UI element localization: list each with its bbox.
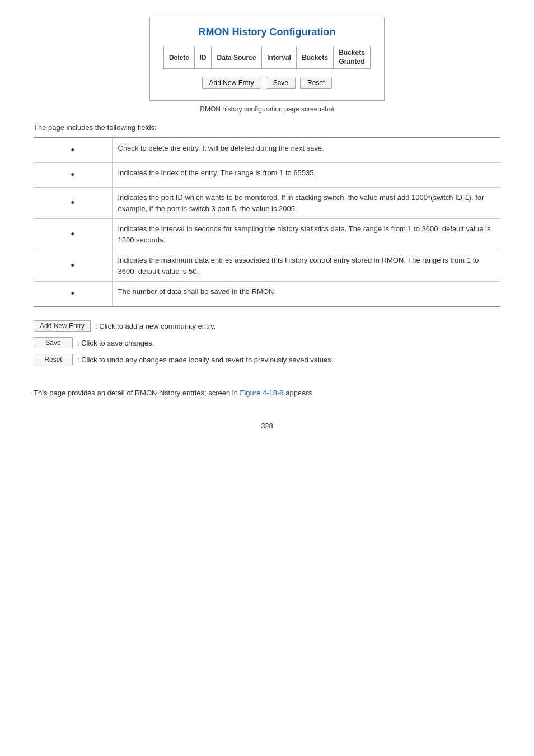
rmon-config-table: Delete ID Data Source Interval Buckets B… — [163, 46, 371, 69]
field-bullet-4: • — [34, 219, 112, 250]
save-button-desc[interactable]: Save — [34, 337, 73, 348]
footer-text: This page provides an detail of RMON his… — [34, 388, 500, 399]
add-new-entry-button-screenshot[interactable]: Add New Entry — [202, 77, 261, 89]
rmon-buttons-row: Add New Entry Save Reset — [163, 77, 371, 89]
table-row: • The number of data shall be saved in t… — [34, 282, 500, 307]
add-entry-desc-row: Add New Entry : Click to add a new commu… — [34, 320, 500, 332]
field-bullet-5: • — [34, 250, 112, 282]
rmon-config-box: RMON History Configuration Delete ID Dat… — [149, 17, 385, 101]
figure-link[interactable]: Figure 4-18-8 — [240, 389, 284, 397]
field-desc-3: Indicates the port ID which wants to be … — [112, 188, 500, 219]
field-desc-6: The number of data shall be saved in the… — [112, 282, 500, 307]
col-delete: Delete — [164, 46, 195, 69]
reset-button-desc[interactable]: Reset — [34, 354, 73, 365]
fields-intro-text: The page includes the following fields: — [34, 123, 500, 132]
col-interval: Interval — [262, 46, 297, 69]
reset-desc-text: : Click to undo any changes made locally… — [77, 356, 333, 364]
add-new-entry-button-desc[interactable]: Add New Entry — [34, 320, 91, 332]
button-descriptions-section: Add New Entry : Click to add a new commu… — [34, 320, 500, 365]
add-new-entry-desc-text: : Click to add a new community entry. — [95, 322, 216, 330]
table-row: • Indicates the interval in seconds for … — [34, 219, 500, 250]
save-button-screenshot[interactable]: Save — [266, 77, 296, 89]
screenshot-container: RMON History Configuration Delete ID Dat… — [34, 17, 500, 113]
table-row: • Indicates the port ID which wants to b… — [34, 188, 500, 219]
field-desc-1: Check to delete the entry. It will be de… — [112, 138, 500, 163]
save-desc-text: : Click to save changes. — [77, 339, 154, 347]
col-id: ID — [194, 46, 211, 69]
table-row: • Check to delete the entry. It will be … — [34, 138, 500, 163]
rmon-config-title: RMON History Configuration — [163, 26, 371, 38]
page-number: 328 — [34, 422, 500, 430]
reset-button-screenshot[interactable]: Reset — [300, 77, 332, 89]
col-data-source: Data Source — [211, 46, 261, 69]
save-desc-row: Save : Click to save changes. — [34, 337, 500, 348]
field-bullet-2: • — [34, 163, 112, 188]
field-desc-5: Indicates the maximum data entries assoc… — [112, 250, 500, 282]
field-bullet-3: • — [34, 188, 112, 219]
footer-text-after: appears. — [284, 389, 314, 397]
col-buckets: Buckets — [297, 46, 334, 69]
table-row: • Indicates the maximum data entries ass… — [34, 250, 500, 282]
table-row: • Indicates the index of the entry. The … — [34, 163, 500, 188]
footer-text-before: This page provides an detail of RMON his… — [34, 389, 240, 397]
fields-table: • Check to delete the entry. It will be … — [34, 137, 500, 307]
col-buckets-granted: BucketsGranted — [333, 46, 370, 69]
field-desc-4: Indicates the interval in seconds for sa… — [112, 219, 500, 250]
field-bullet-6: • — [34, 282, 112, 307]
field-bullet-1: • — [34, 138, 112, 163]
screenshot-caption: RMON history configuration page screensh… — [200, 105, 334, 113]
reset-desc-row: Reset : Click to undo any changes made l… — [34, 354, 500, 365]
field-desc-2: Indicates the index of the entry. The ra… — [112, 163, 500, 188]
